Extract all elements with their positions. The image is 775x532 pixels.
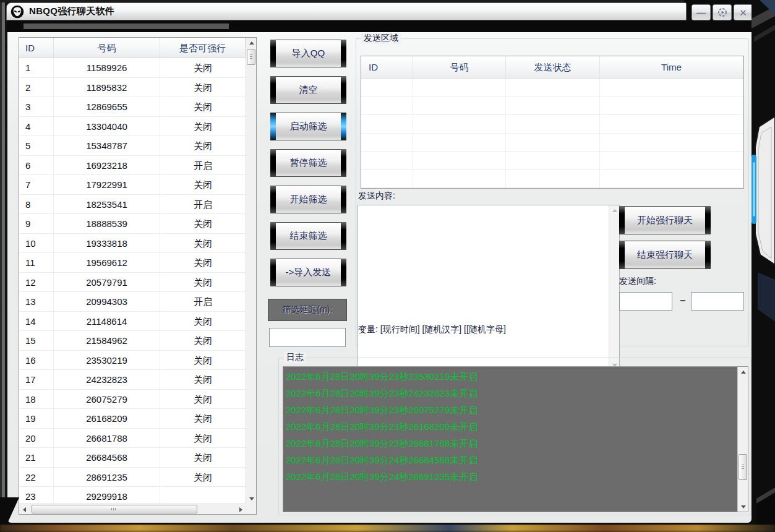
- alien-frame-decoration: [751, 0, 775, 525]
- table-row[interactable]: 818253541开启: [19, 195, 246, 215]
- table-row[interactable]: 111589926关闭: [19, 58, 246, 78]
- cell-number: 28691235: [54, 468, 160, 487]
- cell-status: [506, 79, 600, 97]
- titlebar[interactable]: NBQQ强行聊天软件: [6, 2, 687, 20]
- close-button[interactable]: ✕: [734, 4, 753, 20]
- horizontal-scroll-thumb[interactable]: [32, 505, 197, 513]
- qq-list-table[interactable]: ID 号码 是否可强行 111589926关闭211895832关闭312869…: [19, 37, 257, 515]
- log-scroll-thumb[interactable]: [739, 454, 747, 480]
- end-filter-button[interactable]: 结束筛选: [270, 222, 346, 250]
- cell-number: 19333818: [54, 234, 160, 253]
- cell-force-status: 关闭: [160, 429, 246, 448]
- table-row[interactable]: 413304040关闭: [19, 117, 246, 137]
- qq-col-force[interactable]: 是否可强行: [160, 38, 246, 58]
- table-row[interactable]: 312869655关闭: [19, 97, 246, 117]
- end-force-chat-button[interactable]: 结束强行聊天: [619, 241, 711, 269]
- cell-number: 21584962: [54, 331, 160, 350]
- cell-id: 23: [19, 487, 54, 504]
- settings-button[interactable]: [713, 4, 732, 20]
- cell-force-status: 关闭: [160, 117, 246, 136]
- send-table[interactable]: ID 号码 发送状态 Time: [361, 56, 744, 189]
- begin-filter-button[interactable]: 开始筛选: [270, 186, 346, 213]
- cell-force-status: 关闭: [160, 370, 246, 389]
- cell-number: 12869655: [54, 97, 160, 116]
- cell-id: [361, 152, 413, 169]
- table-row[interactable]: 1826075279关闭: [19, 390, 246, 410]
- cell-id: 8: [19, 195, 54, 214]
- cell-id: 13: [19, 292, 54, 311]
- scroll-down-icon[interactable]: [738, 502, 748, 512]
- table-row[interactable]: 1623530219关闭: [19, 351, 246, 371]
- log-line: 2022年6月28日20时39分23秒24232823未开启: [286, 385, 737, 401]
- clear-button[interactable]: 清空: [270, 76, 346, 104]
- cell-time: [600, 170, 743, 188]
- minimize-button[interactable]: —: [692, 4, 711, 20]
- qq-horizontal-scrollbar[interactable]: [19, 504, 246, 514]
- table-row[interactable]: 2126684568关闭: [19, 448, 246, 468]
- cell-time: [600, 97, 743, 115]
- content-scrollbar[interactable]: [609, 205, 619, 370]
- interval-to-input[interactable]: [691, 292, 744, 311]
- pause-filter-button[interactable]: 暂停筛选: [270, 149, 346, 177]
- send-table-body: [361, 79, 743, 188]
- send-col-status[interactable]: 发送状态: [506, 56, 600, 78]
- cell-id: 18: [19, 390, 54, 409]
- cell-force-status: 关闭: [160, 175, 246, 194]
- table-row[interactable]: 1926168209关闭: [19, 409, 246, 429]
- table-row[interactable]: 717922991关闭: [19, 175, 246, 195]
- table-row[interactable]: 2329299918: [19, 487, 246, 504]
- vertical-scroll-thumb[interactable]: [247, 49, 255, 65]
- scroll-up-icon[interactable]: [609, 205, 620, 215]
- scroll-left-icon[interactable]: [19, 504, 29, 515]
- interval-from-input[interactable]: [619, 292, 672, 311]
- table-row[interactable]: 2228691235关闭: [19, 468, 246, 487]
- import-to-send-button[interactable]: ->导入发送: [270, 259, 346, 286]
- cell-id: 22: [19, 468, 54, 487]
- filter-delay-input[interactable]: [269, 328, 346, 347]
- table-row[interactable]: 2026681788关闭: [19, 429, 246, 448]
- log-textarea[interactable]: 2022年6月28日20时39分23秒23530219未开启2022年6月28日…: [283, 366, 748, 512]
- launch-filter-button[interactable]: 启动筛选: [270, 113, 346, 140]
- table-row[interactable]: 1119569612关闭: [19, 253, 246, 273]
- cell-force-status: 关闭: [160, 331, 246, 350]
- cell-number: 11589926: [54, 58, 160, 77]
- cell-id: 6: [19, 156, 54, 175]
- send-content-textarea[interactable]: [358, 205, 620, 371]
- cell-id: 5: [19, 136, 54, 155]
- cell-status: [506, 152, 600, 169]
- cell-force-status: 关闭: [160, 214, 246, 233]
- scroll-right-icon[interactable]: [236, 504, 246, 515]
- scroll-down-icon[interactable]: [246, 494, 257, 504]
- log-lines: 2022年6月28日20时39分23秒23530219未开启2022年6月28日…: [283, 368, 737, 512]
- send-col-id[interactable]: ID: [361, 56, 413, 78]
- table-row[interactable]: 1421148614关闭: [19, 312, 246, 332]
- scroll-up-icon[interactable]: [246, 38, 257, 48]
- cell-force-status: 关闭: [160, 58, 246, 77]
- table-row: [361, 152, 743, 170]
- qq-list-grid: ID 号码 是否可强行 111589926关闭211895832关闭312869…: [19, 38, 246, 504]
- table-row[interactable]: 616923218开启: [19, 156, 246, 176]
- qq-col-id[interactable]: ID: [19, 38, 54, 58]
- send-interval-label: 发送间隔:: [619, 276, 656, 287]
- scrollbar-corner: [246, 504, 256, 514]
- table-row[interactable]: 1019333818关闭: [19, 234, 246, 254]
- table-row[interactable]: 1724232823关闭: [19, 370, 246, 390]
- qq-vertical-scrollbar[interactable]: [246, 38, 256, 504]
- table-row[interactable]: 1521584962关闭: [19, 331, 246, 351]
- send-col-number[interactable]: 号码: [413, 56, 506, 78]
- log-scrollbar[interactable]: [737, 367, 748, 512]
- qq-col-number[interactable]: 号码: [54, 38, 160, 58]
- table-row[interactable]: 1320994303开启: [19, 292, 246, 312]
- table-row[interactable]: 1220579791关闭: [19, 273, 246, 293]
- scroll-up-icon[interactable]: [738, 367, 748, 377]
- table-row[interactable]: 918888539关闭: [19, 214, 246, 234]
- start-force-chat-button[interactable]: 开始强行聊天: [619, 206, 711, 234]
- table-row[interactable]: 515348787关闭: [19, 136, 246, 156]
- send-col-time[interactable]: Time: [600, 56, 743, 78]
- cell-number: [413, 79, 506, 97]
- import-qq-button[interactable]: 导入QQ: [270, 40, 346, 67]
- table-row: [361, 79, 743, 97]
- cell-id: 3: [19, 97, 54, 116]
- table-row[interactable]: 211895832关闭: [19, 78, 246, 98]
- cell-force-status: 关闭: [160, 390, 246, 409]
